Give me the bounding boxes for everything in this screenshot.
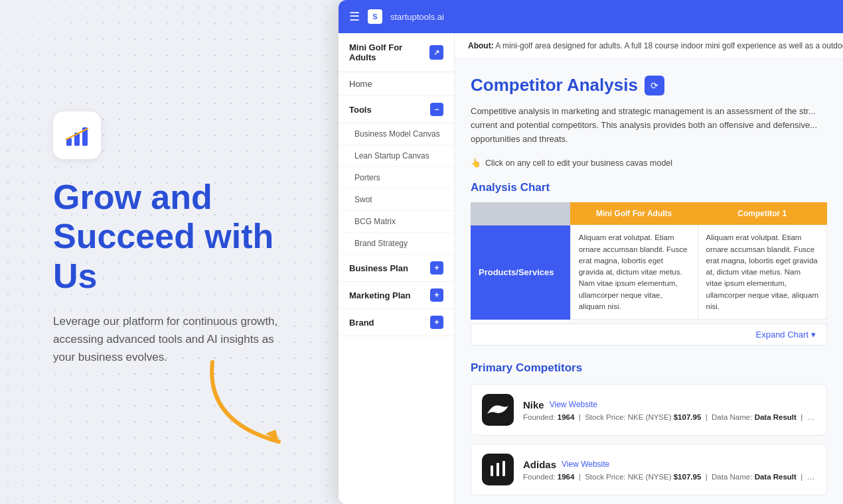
main-content: About: A mini-golf area designed for adu…: [455, 33, 843, 504]
sidebar-item-business-model[interactable]: Business Model Canvas: [339, 123, 454, 145]
hero-title: Grow andSucceed with Us: [53, 178, 299, 296]
sidebar-item-tools-label: Tools: [349, 105, 372, 115]
sidebar-item-business-plan[interactable]: Business Plan +: [339, 255, 454, 282]
logo-box: [53, 111, 101, 159]
nike-meta: Founded: 1964 | Stock Price: NKE (NYSE) …: [523, 413, 816, 421]
row-cell-mini-golf-products[interactable]: Aliquam erat volutpat. Etiam ornare accu…: [570, 225, 698, 320]
sidebar-item-marketing-plan[interactable]: Marketing Plan +: [339, 282, 454, 309]
sidebar-item-tools[interactable]: Tools −: [339, 96, 454, 123]
nike-info: Nike View Website Founded: 1964 | Stock …: [523, 399, 816, 421]
competitor-analysis-title: Competitor Analysis: [471, 75, 638, 95]
adidas-name: Adidas: [523, 459, 556, 470]
sidebar: Mini Golf For Adults ↗ Home Tools − Busi…: [339, 33, 455, 504]
about-bar: About: A mini-golf area designed for adu…: [455, 33, 843, 59]
table-header-competitor1[interactable]: Competitor 1: [698, 202, 826, 225]
about-label: About:: [468, 41, 494, 50]
nike-logo: [482, 394, 514, 426]
row-label-products[interactable]: Products/Services: [471, 225, 570, 320]
app-window: ☰ S startuptools.ai Mini Golf For Adults…: [339, 0, 843, 504]
sidebar-item-brand-strategy[interactable]: Brand Strategy: [339, 233, 454, 255]
competitor-card-nike: Nike View Website Founded: 1964 | Stock …: [471, 384, 827, 436]
sidebar-item-marketing-plan-label: Marketing Plan: [349, 290, 410, 300]
left-panel: Grow andSucceed with Us Leverage our pla…: [0, 0, 339, 504]
arrow-decoration: [199, 355, 319, 464]
nike-view-website-link[interactable]: View Website: [550, 400, 597, 409]
sidebar-header-icon[interactable]: ↗: [429, 45, 443, 60]
svg-rect-6: [502, 461, 505, 476]
competitor-analysis-description: Competitive analysis in marketing and st…: [471, 105, 827, 146]
click-hint-text: Click on any cell to edit your business …: [485, 158, 672, 168]
svg-rect-4: [491, 466, 493, 476]
sidebar-item-lean-startup[interactable]: Lean Startup Canvas: [339, 145, 454, 167]
click-hint-emoji: 👆: [471, 158, 481, 168]
sidebar-project-header: Mini Golf For Adults ↗: [339, 33, 454, 72]
main-scroll-area: Competitor Analysis ⟳ Competitive analys…: [455, 59, 843, 504]
table-header-mini-golf[interactable]: Mini Golf For Adults: [570, 202, 698, 225]
sidebar-item-home[interactable]: Home: [339, 72, 454, 96]
click-hint: 👆 Click on any cell to edit your busines…: [471, 158, 827, 168]
sidebar-item-bcg[interactable]: BCG Matrix: [339, 211, 454, 233]
sidebar-item-home-label: Home: [349, 79, 372, 89]
app-content: Mini Golf For Adults ↗ Home Tools − Busi…: [339, 33, 843, 504]
chevron-down-icon: ▾: [811, 330, 816, 340]
adidas-logo: [482, 454, 514, 485]
adidas-meta: Founded: 1964 | Stock Price: NKE (NYSE) …: [523, 473, 816, 481]
table-header-empty: [471, 202, 570, 225]
refresh-button[interactable]: ⟳: [645, 76, 664, 95]
table-row: Products/Services Aliquam erat volutpat.…: [471, 225, 827, 320]
chart-section-title: Analysis Chart: [471, 181, 827, 194]
adidas-view-website-link[interactable]: View Website: [562, 460, 609, 469]
brand-toggle-icon[interactable]: +: [430, 316, 443, 329]
sidebar-item-brand[interactable]: Brand +: [339, 309, 454, 336]
primary-competitors-title: Primary Competitors: [471, 361, 827, 375]
nike-name-row: Nike View Website: [523, 399, 816, 410]
sidebar-item-brand-label: Brand: [349, 318, 374, 328]
nike-name: Nike: [523, 399, 544, 410]
adidas-info: Adidas View Website Founded: 1964 | Stoc…: [523, 459, 816, 481]
competitor-card-adidas: Adidas View Website Founded: 1964 | Stoc…: [471, 444, 827, 495]
app-logo: S: [368, 9, 382, 24]
sidebar-item-swot[interactable]: Swot: [339, 189, 454, 211]
sidebar-project-title: Mini Golf For Adults: [349, 42, 429, 62]
sidebar-item-business-plan-label: Business Plan: [349, 263, 408, 273]
competitor-analysis-header: Competitor Analysis ⟳: [471, 75, 827, 95]
business-plan-toggle-icon[interactable]: +: [430, 261, 443, 275]
hamburger-icon[interactable]: ☰: [349, 9, 360, 24]
marketing-plan-toggle-icon[interactable]: +: [430, 288, 443, 302]
about-text: A mini-golf area designed for adults. A …: [495, 41, 843, 50]
adidas-name-row: Adidas View Website: [523, 459, 816, 470]
svg-rect-5: [497, 463, 499, 476]
browser-bar: ☰ S startuptools.ai: [339, 0, 843, 33]
row-cell-competitor1-products[interactable]: Aliquam erat volutpat. Etiam ornare accu…: [698, 225, 826, 320]
tools-toggle-icon[interactable]: −: [430, 103, 443, 116]
sidebar-item-porters[interactable]: Porters: [339, 167, 454, 189]
expand-chart-button[interactable]: Expand Chart ▾: [471, 324, 827, 346]
analysis-table: Mini Golf For Adults Competitor 1 Produc…: [471, 202, 827, 320]
expand-chart-label: Expand Chart: [756, 330, 809, 340]
browser-url: startuptools.ai: [390, 12, 444, 22]
